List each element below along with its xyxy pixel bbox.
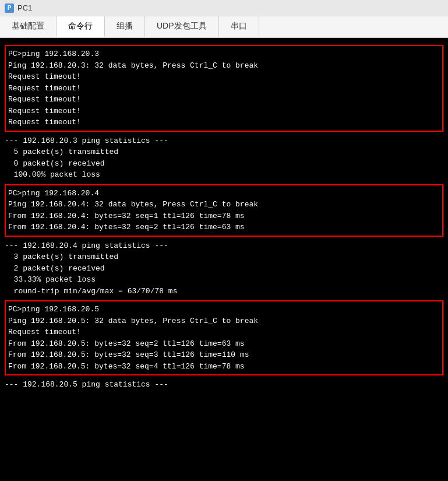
terminal-line: 100.00% packet loss xyxy=(5,169,443,181)
terminal-line: PC>ping 192.168.20.4 xyxy=(8,188,440,199)
terminal-line: Request timeout! xyxy=(8,83,440,94)
terminal-line: Request timeout! xyxy=(8,71,440,83)
terminal-line: From 192.168.20.5: bytes=32 seq=4 ttl=12… xyxy=(8,361,440,373)
ping-block-2: PC>ping 192.168.20.4Ping 192.168.20.4: 3… xyxy=(5,184,443,237)
stats-block-5: --- 192.168.20.5 ping statistics --- xyxy=(5,378,443,392)
tab-UDP发包工具[interactable]: UDP发包工具 xyxy=(145,16,219,37)
terminal-line: PC>ping 192.168.20.5 xyxy=(8,304,440,315)
terminal-line: Request timeout! xyxy=(8,106,440,117)
terminal-line: Ping 192.168.20.5: 32 data bytes, Press … xyxy=(8,315,440,327)
terminal-line: 3 packet(s) transmitted xyxy=(5,251,443,263)
terminal-line: Request timeout! xyxy=(8,94,440,106)
terminal-line: --- 192.168.20.3 ping statistics --- xyxy=(5,135,443,147)
terminal-line: From 192.168.20.4: bytes=32 seq=2 ttl=12… xyxy=(8,222,440,233)
terminal-line: From 192.168.20.5: bytes=32 seq=3 ttl=12… xyxy=(8,349,440,361)
title-bar: P PC1 xyxy=(0,0,448,16)
terminal-line: From 192.168.20.4: bytes=32 seq=1 ttl=12… xyxy=(8,210,440,222)
terminal-line: 0 packet(s) received xyxy=(5,158,443,170)
terminal-line: round-trip min/avg/max = 63/70/78 ms xyxy=(5,286,443,297)
window: P PC1 基础配置命令行组播UDP发包工具串口 PC>ping 192.168… xyxy=(0,0,448,481)
stats-block-3: --- 192.168.20.4 ping statistics --- 3 p… xyxy=(5,239,443,299)
tab-命令行[interactable]: 命令行 xyxy=(57,16,105,37)
window-title: PC1 xyxy=(17,3,32,12)
tab-基础配置[interactable]: 基础配置 xyxy=(0,16,57,37)
terminal-line: From 192.168.20.5: bytes=32 seq=2 ttl=12… xyxy=(8,338,440,350)
terminal-line: --- 192.168.20.5 ping statistics --- xyxy=(5,379,443,391)
stats-block-1: --- 192.168.20.3 ping statistics --- 5 p… xyxy=(5,134,443,182)
terminal-line: 5 packet(s) transmitted xyxy=(5,146,443,158)
terminal-line: 2 packet(s) received xyxy=(5,263,443,275)
tab-bar: 基础配置命令行组播UDP发包工具串口 xyxy=(0,16,448,38)
ping-block-0: PC>ping 192.168.20.3Ping 192.168.20.3: 3… xyxy=(5,45,443,132)
terminal-line: --- 192.168.20.4 ping statistics --- xyxy=(5,240,443,252)
window-icon: P xyxy=(5,3,14,13)
terminal-line: Ping 192.168.20.4: 32 data bytes, Press … xyxy=(8,199,440,210)
terminal-output[interactable]: PC>ping 192.168.20.3Ping 192.168.20.3: 3… xyxy=(0,38,448,481)
terminal-line: Ping 192.168.20.3: 32 data bytes, Press … xyxy=(8,60,440,72)
terminal-line: Request timeout! xyxy=(8,117,440,128)
terminal-line: Request timeout! xyxy=(8,326,440,338)
terminal-line: PC>ping 192.168.20.3 xyxy=(8,48,440,60)
terminal-line: 33.33% packet loss xyxy=(5,274,443,286)
tab-串口[interactable]: 串口 xyxy=(219,16,259,37)
ping-block-4: PC>ping 192.168.20.5Ping 192.168.20.5: 3… xyxy=(5,300,443,375)
tab-组播[interactable]: 组播 xyxy=(105,16,145,37)
